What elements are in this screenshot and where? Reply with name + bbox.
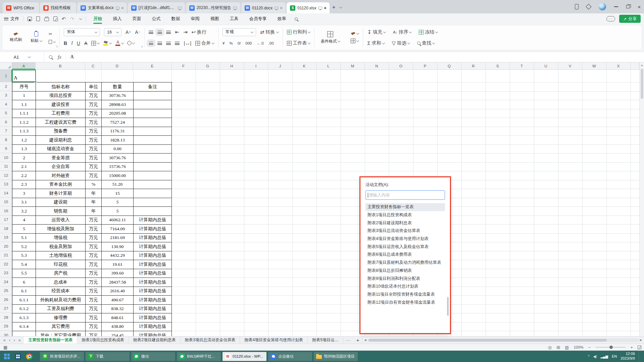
table-cell[interactable]: 工程费用 [36,109,86,118]
table-cell[interactable]: 2181.69 [102,234,134,243]
row-header-2[interactable]: 2 [0,82,12,91]
percent-format-icon[interactable]: % [229,41,233,45]
table-cell[interactable]: 6.1 [12,287,36,296]
table-cell[interactable]: 工程建设其它费 [36,118,86,127]
row-header-22[interactable]: 22 [0,260,12,269]
table-cell[interactable]: 计算期内总值 [134,242,172,251]
scroll-up-icon[interactable]: ▲ [641,64,643,67]
row-header-9[interactable]: 9 [0,144,12,154]
first-sheet-icon[interactable]: « [3,338,6,343]
table-cell[interactable]: 外购耗材及动力费用 [36,296,86,305]
table-cell[interactable] [134,207,172,216]
save-icon[interactable] [28,17,32,21]
table-cell[interactable] [134,127,172,136]
show-desktop-button[interactable] [639,351,640,362]
popup-list-item[interactable]: 附表9项目利润和利润分配表 [365,275,445,283]
table-cell[interactable]: 28437.58 [102,278,134,287]
table-cell[interactable] [134,198,172,207]
document-tab[interactable]: W20230...性研究报告 [186,2,240,13]
column-header-M[interactable]: M [341,62,365,70]
task-view-icon[interactable] [15,354,21,359]
decrease-decimal-icon[interactable]: ←.0 [256,41,263,45]
table-cell[interactable]: 万元 [86,313,102,322]
table-cell[interactable]: 5 [102,207,134,216]
column-header-A[interactable]: A [12,62,36,70]
cloud-sync-icon[interactable]: ··· [606,16,615,21]
table-cell[interactable]: 资本金比例 [36,180,86,189]
close-button[interactable]: × [638,4,641,10]
table-cell[interactable]: 1.3 [12,145,36,154]
row-header-1[interactable]: 1 [0,70,12,82]
table-cell[interactable]: 土地增值税 [36,251,86,260]
popup-list-item[interactable]: 附表11项目全部投资财务现金流量表 [365,291,445,299]
table-cell[interactable]: 年 [86,189,102,198]
sum-button[interactable]: Σ 求和 [367,40,384,46]
ribbon-search-icon[interactable] [295,17,298,20]
start-button[interactable] [4,354,10,359]
format-style-button[interactable] [351,32,359,35]
thousand-separator-icon[interactable]: 000 [245,41,252,45]
table-cell[interactable]: 2.2 [12,171,36,180]
table-cell[interactable]: 254.45 [102,331,134,336]
table-cell[interactable]: 计算期内总值 [134,216,172,225]
convert-button[interactable]: ⇄ 转换 [260,29,278,35]
table-cell[interactable]: 项目总投资 [36,92,86,101]
formula-input[interactable]: A [66,54,74,60]
restore-button[interactable] [626,5,630,8]
table-cell[interactable]: 1 [12,92,36,101]
increase-decimal-icon[interactable]: .00 [268,41,274,45]
insert-function-icon[interactable]: fx [58,54,61,60]
table-cell[interactable]: 万元 [86,331,102,336]
table-cell[interactable]: 建设投资 [36,100,86,109]
column-header-I[interactable]: I [244,62,268,70]
table-cell[interactable]: 28908.63 [102,100,134,109]
table-cell[interactable]: 销售期 [36,207,86,216]
sheet-tab[interactable]: 附表3项目总流动资金估算表 [181,337,240,344]
align-top-icon[interactable] [149,31,153,34]
name-box[interactable]: A1 [0,52,44,62]
strikethrough-button[interactable]: A [84,41,87,46]
taskbar-button[interactable]: 微信 [131,352,175,361]
table-cell[interactable]: 15736.76 [102,163,134,172]
table-cell[interactable]: 2 [12,154,36,163]
column-header-G[interactable]: G [196,62,220,70]
column-header-T[interactable]: T [510,62,534,70]
table-cell[interactable]: 1.1.1 [12,109,36,118]
worksheet-button[interactable]: 工作表 [287,40,310,46]
table-cell[interactable]: 2.3 [12,180,36,189]
table-cell[interactable]: 计算期内总值 [134,305,172,314]
taskbar-button[interactable]: W01120.xlsx - WP... [222,352,266,361]
horizontal-scroll-thumb[interactable] [368,339,607,342]
eye-protect-icon[interactable]: ◎ [548,345,552,350]
clipboard-expand-icon[interactable]: ↘ [55,45,58,48]
fraction-format-icon[interactable]: 0/ [238,41,241,45]
sheet-tab[interactable]: 附表4项目资金筹措与使用计划表 [240,337,308,344]
menu-tab[interactable]: 公式 [146,13,166,24]
table-cell[interactable]: 万元 [86,127,102,136]
table-cell[interactable]: 万元 [86,287,102,296]
popup-list-item[interactable]: 附表7项目原材料及动力消耗费用估算表 [365,259,445,267]
undo-icon[interactable]: ↶ [62,16,66,21]
taskbar-button[interactable]: 企业微信 [268,352,312,361]
table-cell[interactable]: 1176.31 [102,127,134,136]
row-header-30[interactable]: 30 [0,331,12,336]
column-header-P[interactable]: P [413,62,437,70]
table-cell[interactable]: 2.1 [12,163,36,172]
row-header-5[interactable]: 5 [0,109,12,118]
input-language[interactable]: EN [612,354,617,358]
table-header-cell[interactable]: 单位 [86,82,102,92]
zoom-slider-thumb[interactable] [609,346,613,349]
row-header-20[interactable]: 20 [0,242,12,251]
column-header-U[interactable]: U [534,62,558,70]
table-cell[interactable]: 3 [12,189,36,198]
row-header-13[interactable]: 13 [0,180,12,189]
row-header-8[interactable]: 8 [0,135,12,144]
page-layout-view-icon[interactable]: ▥ [565,345,569,350]
table-cell[interactable]: 20205.08 [102,109,134,118]
table-cell[interactable]: 7164.09 [102,225,134,234]
row-header-3[interactable]: 3 [0,91,12,100]
table-cell[interactable]: 6 [12,278,36,287]
menu-tab[interactable]: 页面 [127,13,146,24]
menu-tab[interactable]: 视图 [205,13,224,24]
table-cell[interactable]: 万元 [86,260,102,269]
